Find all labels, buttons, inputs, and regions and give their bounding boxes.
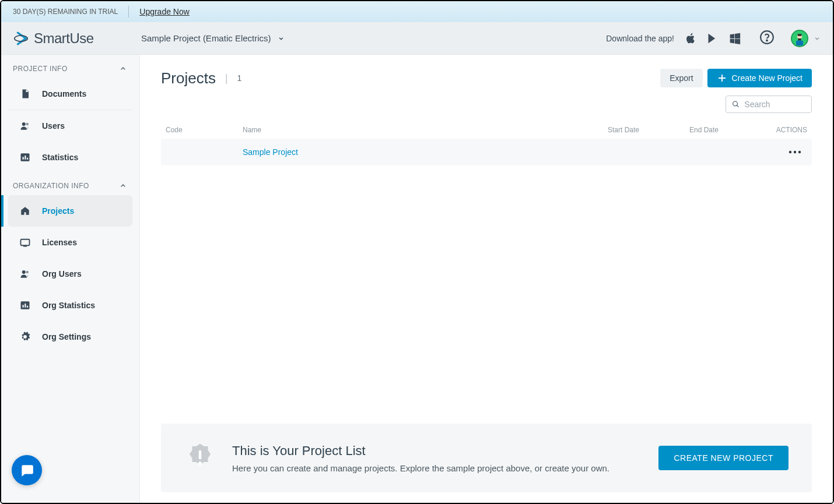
download-app-text: Download the app!: [606, 34, 674, 43]
column-actions: ACTIONS: [771, 126, 812, 134]
users-icon: [20, 269, 30, 279]
nav-label: Org Statistics: [42, 301, 95, 310]
page-title: Projects: [161, 69, 216, 87]
logo-text: SmartUse: [34, 30, 94, 47]
table-header: Code Name Start Date End Date ACTIONS: [161, 121, 812, 139]
export-button[interactable]: Export: [660, 69, 702, 87]
download-app-group: Download the app!: [606, 32, 741, 45]
column-start-date[interactable]: Start Date: [608, 126, 689, 134]
svg-rect-14: [21, 239, 30, 246]
svg-rect-15: [23, 246, 27, 247]
svg-rect-20: [24, 304, 26, 308]
section-label: ORGANIZATION INFO: [13, 182, 89, 190]
sidebar-item-org-statistics[interactable]: Org Statistics: [8, 290, 132, 321]
main-content: Projects | 1 Export Create New Project: [140, 55, 833, 503]
column-name[interactable]: Name: [243, 126, 608, 134]
user-menu[interactable]: [791, 30, 821, 47]
play-store-icon[interactable]: [707, 32, 719, 45]
button-label: Export: [670, 73, 693, 83]
page-count: 1: [237, 73, 242, 83]
sidebar-item-documents[interactable]: Documents: [8, 78, 132, 110]
svg-point-23: [789, 151, 791, 153]
chevron-up-icon: [118, 64, 128, 73]
create-project-button[interactable]: Create New Project: [707, 69, 812, 87]
gear-icon: [20, 332, 30, 342]
trial-bar: 30 DAY(S) REMAINING IN TRIAL Upgrade Now: [1, 1, 833, 22]
search-input[interactable]: [744, 100, 805, 109]
help-button[interactable]: [759, 30, 775, 47]
svg-point-27: [198, 461, 202, 465]
projects-table: Code Name Start Date End Date ACTIONS Sa…: [161, 121, 812, 165]
topbar: SmartUse Sample Project (Ematic Electric…: [1, 22, 833, 55]
svg-point-16: [22, 270, 26, 274]
svg-rect-12: [24, 156, 26, 160]
statistics-icon: [20, 300, 30, 311]
apple-icon[interactable]: [685, 32, 696, 45]
divider: [128, 6, 129, 17]
sidebar-item-projects[interactable]: Projects: [8, 195, 132, 227]
sidebar-item-org-settings[interactable]: Org Settings: [8, 321, 132, 353]
search-icon: [732, 100, 740, 109]
sidebar-section-organization-info[interactable]: ORGANIZATION INFO: [1, 177, 139, 195]
onboarding-banner: This is Your Project List Here you can c…: [161, 424, 812, 492]
upgrade-link[interactable]: Upgrade Now: [139, 7, 190, 16]
onboarding-create-button[interactable]: CREATE NEW PROJECT: [658, 446, 789, 470]
svg-point-8: [22, 122, 26, 126]
info-badge-icon: [184, 441, 216, 475]
users-icon: [20, 121, 30, 131]
nav-label: Org Settings: [42, 332, 91, 341]
onboarding-body: Here you can create and manage projects.…: [232, 463, 609, 473]
logo-icon: [13, 30, 29, 47]
project-selector[interactable]: Sample Project (Ematic Electrics): [141, 33, 285, 43]
svg-rect-21: [27, 306, 28, 308]
sidebar-section-project-info[interactable]: PROJECT INFO: [1, 59, 139, 78]
chevron-down-icon: [813, 34, 821, 43]
svg-point-24: [794, 151, 796, 153]
divider: |: [225, 72, 228, 84]
page-header: Projects | 1 Export Create New Project: [161, 69, 812, 87]
chevron-up-icon: [118, 181, 128, 191]
svg-point-25: [798, 151, 801, 153]
svg-point-1: [761, 31, 773, 44]
help-icon: [759, 30, 775, 45]
cell-name[interactable]: Sample Project: [243, 147, 608, 157]
sidebar: PROJECT INFO Documents Users Statistics …: [1, 55, 140, 503]
svg-point-2: [766, 40, 768, 41]
svg-rect-26: [199, 450, 202, 460]
nav-label: Statistics: [42, 153, 78, 162]
chat-icon: [19, 463, 34, 478]
column-code[interactable]: Code: [161, 126, 243, 134]
column-end-date[interactable]: End Date: [689, 126, 771, 134]
sidebar-item-licenses[interactable]: Licenses: [8, 227, 132, 258]
document-icon: [20, 89, 30, 99]
windows-icon[interactable]: [729, 33, 741, 44]
projects-icon: [20, 206, 30, 216]
table-row[interactable]: Sample Project: [161, 139, 812, 165]
nav-label: Users: [42, 121, 65, 131]
sidebar-item-statistics[interactable]: Statistics: [8, 142, 132, 173]
licenses-icon: [20, 237, 30, 248]
sidebar-item-users[interactable]: Users: [8, 110, 132, 142]
svg-rect-7: [796, 40, 803, 45]
statistics-icon: [20, 152, 30, 163]
chevron-down-icon: [277, 34, 285, 43]
svg-rect-11: [23, 157, 24, 160]
nav-label: Projects: [42, 206, 74, 216]
nav-label: Org Users: [42, 269, 82, 279]
avatar: [791, 30, 808, 47]
svg-point-9: [26, 123, 29, 126]
row-actions-button[interactable]: [771, 150, 812, 154]
svg-rect-19: [23, 305, 24, 308]
sidebar-item-org-users[interactable]: Org Users: [8, 258, 132, 290]
svg-rect-6: [798, 38, 801, 40]
onboarding-title: This is Your Project List: [232, 443, 609, 459]
svg-point-17: [26, 271, 29, 274]
chat-button[interactable]: [12, 455, 42, 485]
svg-rect-5: [798, 34, 802, 36]
search-box[interactable]: [726, 96, 812, 113]
more-icon: [789, 150, 801, 154]
button-label: CREATE NEW PROJECT: [674, 453, 773, 463]
logo[interactable]: SmartUse: [13, 30, 135, 47]
trial-remaining-text: 30 DAY(S) REMAINING IN TRIAL: [13, 8, 118, 16]
section-label: PROJECT INFO: [13, 65, 68, 73]
